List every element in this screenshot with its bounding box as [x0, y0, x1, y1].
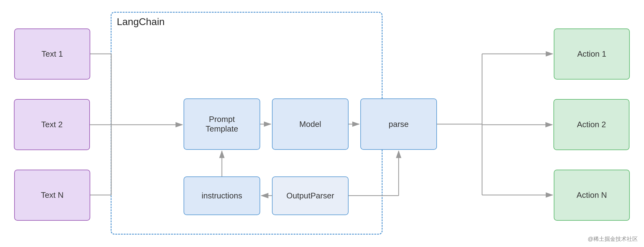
langchain-label: LangChain — [117, 16, 165, 28]
actionn-label: Action N — [577, 190, 607, 200]
text2-label: Text 2 — [41, 120, 62, 129]
action2-box: Action 2 — [553, 99, 629, 150]
prompt-template-box: PromptTemplate — [184, 98, 260, 150]
output-parser-box: OutputParser — [272, 176, 349, 215]
model-box: Model — [272, 98, 349, 150]
action1-box: Action 1 — [554, 28, 630, 80]
action1-label: Action 1 — [577, 49, 606, 59]
text1-box: Text 1 — [14, 28, 90, 80]
instructions-box: instructions — [184, 176, 260, 215]
parse-box: parse — [360, 98, 437, 150]
diagram-container: LangChain Text 1 Text 2 Text N PromptTem… — [0, 0, 644, 247]
instructions-label: instructions — [201, 191, 242, 201]
watermark: @稀土掘金技术社区 — [588, 235, 638, 243]
prompt-template-label: PromptTemplate — [205, 115, 238, 134]
parse-label: parse — [388, 119, 409, 129]
action2-label: Action 2 — [577, 120, 606, 129]
text1-label: Text 1 — [41, 49, 63, 59]
output-parser-label: OutputParser — [286, 191, 334, 201]
textn-label: Text N — [41, 190, 64, 200]
textn-box: Text N — [14, 170, 90, 221]
model-label: Model — [299, 119, 321, 129]
actionn-box: Action N — [554, 170, 630, 221]
text2-box: Text 2 — [14, 99, 90, 150]
